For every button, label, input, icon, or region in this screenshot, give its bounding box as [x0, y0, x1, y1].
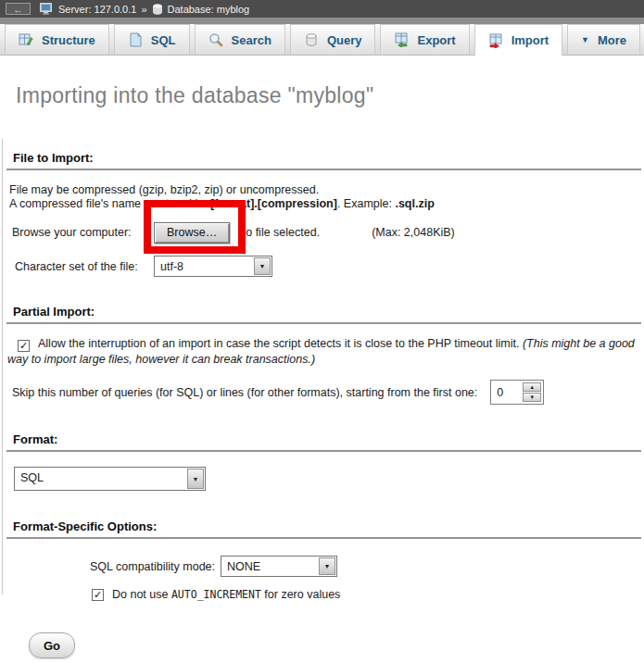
breadcrumb-database[interactable]: Database: myblog	[168, 4, 250, 15]
back-arrow-icon: ←	[13, 5, 23, 14]
back-button[interactable]: ←	[6, 3, 31, 15]
dropdown-arrow-icon[interactable]: ▼	[254, 257, 271, 275]
tab-import[interactable]: Import	[474, 24, 562, 56]
sql-icon	[128, 32, 143, 47]
sql-compatibility-value: NONE	[221, 557, 318, 576]
tab-label: More	[598, 33, 626, 47]
section-heading-file-to-import: File to Import:	[6, 151, 641, 170]
charset-select[interactable]: utf-8 ▼	[154, 256, 272, 277]
sql-compatibility-row: SQL compatibility mode: NONE ▼	[90, 556, 644, 577]
allow-interruption-row: ✓Allow the interruption of an import in …	[7, 336, 637, 367]
tab-label: Structure	[42, 33, 95, 47]
skip-queries-label: Skip this number of queries (for SQL) or…	[12, 386, 477, 399]
charset-row: Character set of the file: utf-8 ▼	[15, 256, 644, 277]
tab-query[interactable]: Query	[290, 24, 376, 55]
chevron-down-icon: ▼	[581, 35, 589, 44]
autoincrement-label: Do not use AUTO_INCREMENT for zero value…	[112, 588, 340, 601]
query-icon	[304, 32, 319, 47]
page-content: Importing into the database "myblog" Fil…	[0, 83, 644, 658]
tab-sql[interactable]: SQL	[114, 24, 190, 55]
breadcrumb-server[interactable]: Server: 127.0.0.1	[58, 4, 136, 15]
charset-label: Character set of the file:	[15, 260, 154, 273]
spinner-buttons: ▲ ▼	[523, 382, 541, 402]
search-icon	[208, 32, 223, 47]
database-icon	[152, 3, 163, 16]
import-icon	[488, 33, 503, 48]
dropdown-arrow-icon[interactable]: ▼	[319, 557, 335, 575]
dropdown-arrow-icon[interactable]: ▼	[187, 469, 204, 489]
section-heading-partial-import: Partial Import:	[6, 305, 641, 324]
tab-structure[interactable]: Structure	[5, 24, 109, 55]
sql-compatibility-select[interactable]: NONE ▼	[221, 556, 337, 577]
tab-bar: Structure SQL Search Query Export	[0, 24, 644, 56]
section-heading-format-specific: Format-Specific Options:	[6, 519, 641, 539]
browse-row: Browse your computer: Browse… No file se…	[12, 221, 644, 244]
filename-info-line: A compressed file's name must end in .[f…	[9, 197, 644, 211]
tab-more[interactable]: ▼ More	[567, 24, 640, 55]
tab-label: Search	[232, 33, 271, 47]
breadcrumb-bar: ← Server: 127.0.0.1 » Database: myblog	[0, 0, 644, 18]
skip-queries-input[interactable]: 0 ▲ ▼	[490, 380, 544, 405]
file-import-description: File may be compressed (gzip, bzip2, zip…	[9, 183, 644, 211]
export-icon	[394, 32, 409, 47]
skip-queries-value: 0	[493, 382, 523, 402]
tab-label: Query	[327, 33, 362, 47]
tab-label: SQL	[151, 33, 176, 47]
compression-info-line: File may be compressed (gzip, bzip2, zip…	[9, 183, 644, 197]
spinner-down-button[interactable]: ▼	[523, 393, 541, 402]
allow-interruption-label: Allow the interruption of an import in c…	[38, 337, 523, 350]
topbar-shadow	[0, 18, 644, 24]
sql-compatibility-label: SQL compatibility mode:	[90, 560, 215, 573]
section-heading-format: Format:	[6, 432, 641, 452]
charset-selected-value: utf-8	[155, 256, 253, 276]
tab-label: Import	[511, 33, 549, 47]
page-title: Importing into the database "myblog"	[16, 83, 644, 108]
autoincrement-row: ✓ Do not use AUTO_INCREMENT for zero val…	[92, 588, 644, 601]
server-icon	[40, 3, 54, 16]
tab-export[interactable]: Export	[380, 24, 469, 55]
spinner-up-button[interactable]: ▲	[523, 382, 541, 392]
browse-your-computer-label: Browse your computer:	[12, 226, 154, 239]
partial-import-checkbox[interactable]: ✓	[18, 340, 30, 352]
tab-label: Export	[417, 33, 455, 47]
content-left-border	[2, 139, 3, 594]
autoincrement-checkbox[interactable]: ✓	[92, 589, 104, 601]
browse-button[interactable]: Browse…	[154, 222, 230, 244]
go-button[interactable]: Go	[29, 632, 75, 658]
skip-queries-row: Skip this number of queries (for SQL) or…	[12, 380, 644, 405]
max-size-text: (Max: 2,048KiB)	[372, 226, 455, 239]
tab-search[interactable]: Search	[195, 24, 285, 55]
format-selected-value: SQL	[15, 468, 186, 490]
structure-icon	[19, 32, 33, 47]
format-select[interactable]: SQL ▼	[14, 467, 206, 491]
no-file-selected-text: No file selected.	[237, 226, 320, 239]
breadcrumb-separator: »	[141, 4, 146, 15]
